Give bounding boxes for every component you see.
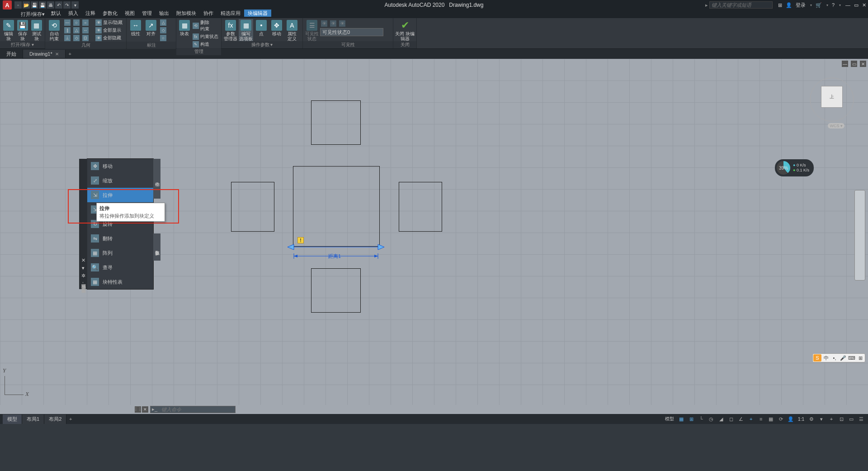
command-input[interactable]	[150, 406, 236, 413]
qat-dropdown-icon[interactable]: ▾	[71, 1, 79, 9]
show-hide-button[interactable]: 👁显示/隐藏	[94, 19, 123, 26]
linear-button[interactable]: ↔线性	[128, 19, 143, 36]
palette-item-查寻[interactable]: 🔍查寻	[87, 260, 153, 275]
drawing-rect[interactable]	[293, 166, 380, 247]
exchange-icon[interactable]: 🛒	[816, 2, 822, 8]
clean-screen-icon[interactable]: ▭	[847, 415, 855, 423]
new-tab-button[interactable]: +	[66, 51, 75, 57]
gc-icon[interactable]: =	[81, 19, 90, 26]
drawing-rect[interactable]	[399, 182, 442, 232]
gc-icon[interactable]: ↔	[81, 27, 90, 34]
gc-icon[interactable]: ◇	[72, 34, 80, 42]
add-layout-button[interactable]: +	[66, 416, 75, 422]
saveas-icon[interactable]: 💾	[39, 1, 46, 9]
palette-header[interactable]: ✕ ▾ ✲ 块编写选项板 - 所有选项板	[79, 159, 87, 289]
login-button[interactable]: 登录	[796, 2, 806, 9]
palette-tab-paramsets[interactable]: 参数集	[153, 233, 160, 261]
palette-pin-icon[interactable]: ▾	[80, 265, 86, 271]
ime-keyboard-icon[interactable]: ⌨	[848, 354, 856, 362]
new-icon[interactable]: ▫	[14, 1, 22, 9]
vp-restore-icon[interactable]: ▭	[851, 61, 857, 67]
vp-close-icon[interactable]: ✕	[860, 61, 866, 67]
polar-icon[interactable]: ◷	[707, 415, 715, 423]
layout-tab-布局1[interactable]: 布局1	[22, 414, 44, 424]
grid-icon[interactable]: ▦	[677, 415, 685, 423]
ime-logo-icon[interactable]: S	[813, 354, 821, 362]
drawing-rect[interactable]	[311, 268, 361, 313]
constraint-state-button[interactable]: fx约束状态	[192, 33, 219, 40]
help-search-input[interactable]	[709, 1, 773, 9]
test-block-button[interactable]: ▦测试 块	[30, 19, 43, 41]
osnap-icon[interactable]: ◻	[727, 415, 735, 423]
help-icon[interactable]: ?	[832, 2, 835, 8]
cmd-handle-icon[interactable]: ⋮⋮	[135, 406, 141, 413]
undo-icon[interactable]: ↶	[55, 1, 62, 9]
save-block-button[interactable]: 💾保存 块	[16, 19, 29, 41]
palette-item-翻转[interactable]: ⇋翻转	[87, 231, 153, 246]
ribbon-tab-10[interactable]: 块编辑器	[244, 10, 271, 17]
wcs-label[interactable]: WCS ▾	[828, 123, 844, 128]
vis-icon[interactable]: 👁	[338, 20, 346, 27]
viewcube[interactable]: 上	[805, 72, 859, 127]
anno-icon[interactable]: +	[827, 415, 835, 423]
ribbon-tab-7[interactable]: 附加模块	[173, 10, 200, 17]
palette-item-阵列[interactable]: ▦阵列	[87, 246, 153, 260]
ribbon-tab-6[interactable]: 输出	[156, 10, 173, 17]
block-table-button[interactable]: ▦块表	[178, 19, 191, 36]
auto-constrain-button[interactable]: ⟲自动 约束	[47, 19, 61, 41]
dyn-input-icon[interactable]: +	[747, 415, 755, 423]
workspace-icon[interactable]: ▾	[817, 415, 826, 423]
ribbon-tab-2[interactable]: 注释	[82, 10, 99, 17]
tab-start[interactable]: 开始	[0, 49, 23, 59]
customize-icon[interactable]: ☰	[857, 415, 865, 423]
tab-drawing1[interactable]: Drawing1*✕	[23, 50, 66, 58]
gear-icon[interactable]: ⚙	[807, 415, 816, 423]
ortho-icon[interactable]: └	[697, 415, 705, 423]
close-tab-icon[interactable]: ✕	[55, 52, 59, 57]
plot-icon[interactable]: 🖶	[47, 1, 54, 9]
gc-icon[interactable]: ∥	[63, 27, 71, 34]
drawing-rect[interactable]	[231, 182, 274, 232]
gc-icon[interactable]: ⊡	[81, 34, 90, 42]
dc-icon[interactable]: ◇	[159, 27, 167, 34]
redo-icon[interactable]: ↷	[63, 1, 71, 9]
ribbon-tab-8[interactable]: 协作	[200, 10, 217, 17]
lineweight-icon[interactable]: ≡	[757, 415, 765, 423]
palette-menu-icon[interactable]: ✲	[80, 273, 86, 279]
vis-icon[interactable]: 👁	[320, 20, 328, 27]
palette-item-缩放[interactable]: ⤢缩放	[87, 173, 153, 188]
navigation-bar[interactable]	[854, 190, 865, 281]
attr-def-button[interactable]: A属性 定义	[285, 19, 299, 41]
gc-icon[interactable]: ○	[72, 19, 80, 26]
palette-item-块特性表[interactable]: ▦块特性表	[87, 275, 153, 289]
user-icon[interactable]: 👤	[786, 2, 792, 8]
vis-icon[interactable]: 👁	[329, 20, 337, 27]
isodraft-icon[interactable]: ◢	[717, 415, 725, 423]
edit-block-button[interactable]: ✎编辑 块	[2, 19, 15, 41]
ribbon-tab-3[interactable]: 参数化	[99, 10, 121, 17]
app-logo[interactable]: A	[3, 0, 12, 10]
connectivity-icon[interactable]: ⊞	[778, 2, 782, 8]
close-block-editor-button[interactable]: ✔关闭 块编辑器	[395, 19, 415, 41]
open-icon[interactable]: 📂	[23, 1, 30, 9]
hardware-accel-icon[interactable]: ⊡	[837, 415, 845, 423]
cycling-icon[interactable]: ⟳	[777, 415, 785, 423]
visibility-state-input[interactable]	[320, 28, 383, 36]
warning-badge-icon[interactable]: !	[297, 237, 304, 243]
open-save-menu[interactable]: 打开/保存 ▾	[18, 10, 47, 18]
hide-all-button[interactable]: 👁全部隐藏	[94, 34, 123, 42]
minimize-icon[interactable]: —	[845, 2, 850, 8]
ime-grid-icon[interactable]: ⊞	[856, 354, 864, 362]
drawing-area[interactable]: — ▭ ✕ 上 WCS ▾ 39% ● 0 K/s ● 0.1 K/s ✕ ▾ …	[0, 59, 868, 405]
dc-icon[interactable]: ○	[159, 34, 167, 42]
dc-icon[interactable]: △	[159, 19, 167, 26]
otrack-icon[interactable]: ∠	[737, 415, 745, 423]
layout-tab-布局2[interactable]: 布局2	[44, 414, 66, 424]
anno-scale[interactable]: 1:1	[797, 417, 806, 422]
move-action-button[interactable]: ✥移动	[269, 19, 284, 36]
snap-icon[interactable]: ⊞	[687, 415, 695, 423]
manage-sub-button[interactable]: ⟲删除约束	[192, 19, 219, 33]
authoring-palette-button[interactable]: ▦编写 选项板	[239, 19, 253, 41]
palette-item-移动[interactable]: ✥移动	[87, 159, 153, 173]
point-button[interactable]: •点	[254, 19, 269, 36]
